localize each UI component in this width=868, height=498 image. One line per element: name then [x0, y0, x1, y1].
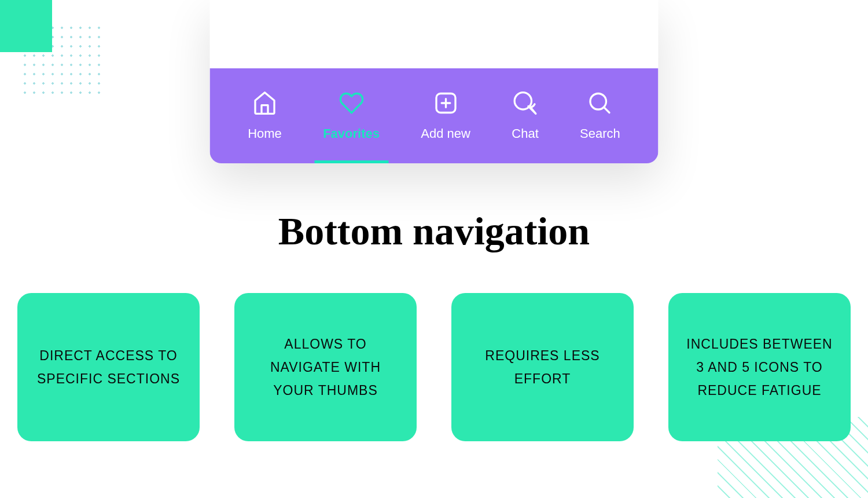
nav-label-home: Home	[248, 126, 282, 141]
feature-cards-row: DIRECT ACCESS TO SPECIFIC SECTIONS ALLOW…	[17, 293, 851, 441]
feature-card-text: DIRECT ACCESS TO SPECIFIC SECTIONS	[32, 344, 185, 391]
page-title: Bottom navigation	[278, 208, 590, 254]
nav-label-add-new: Add new	[421, 126, 470, 141]
search-icon	[587, 90, 613, 116]
nav-item-add-new[interactable]: Add new	[412, 68, 479, 163]
feature-card-text: REQUIRES LESS EFFORT	[466, 344, 619, 391]
bottom-navigation-bar: Home Favorites Add new	[210, 68, 659, 163]
home-icon	[252, 90, 278, 116]
decoration-square	[0, 0, 52, 52]
nav-item-chat[interactable]: Chat	[503, 68, 547, 163]
nav-label-search: Search	[580, 126, 620, 141]
nav-label-favorites: Favorites	[323, 126, 380, 141]
feature-card-text: ALLOWS TO NAVIGATE WITH YOUR THUMBS	[249, 332, 402, 402]
feature-card-text: INCLUDES BETWEEN 3 AND 5 ICONS TO REDUCE…	[683, 332, 836, 402]
phone-mockup: Home Favorites Add new	[210, 0, 659, 163]
plus-square-icon	[433, 90, 458, 116]
feature-card: INCLUDES BETWEEN 3 AND 5 ICONS TO REDUCE…	[668, 293, 851, 441]
nav-item-favorites[interactable]: Favorites	[314, 68, 388, 163]
nav-label-chat: Chat	[512, 126, 538, 141]
feature-card: REQUIRES LESS EFFORT	[451, 293, 634, 441]
feature-card: ALLOWS TO NAVIGATE WITH YOUR THUMBS	[234, 293, 417, 441]
feature-card: DIRECT ACCESS TO SPECIFIC SECTIONS	[17, 293, 200, 441]
heart-icon	[339, 90, 364, 116]
svg-line-5	[604, 107, 609, 112]
nav-item-home[interactable]: Home	[239, 68, 290, 163]
chat-icon	[513, 90, 538, 116]
nav-item-search[interactable]: Search	[571, 68, 629, 163]
